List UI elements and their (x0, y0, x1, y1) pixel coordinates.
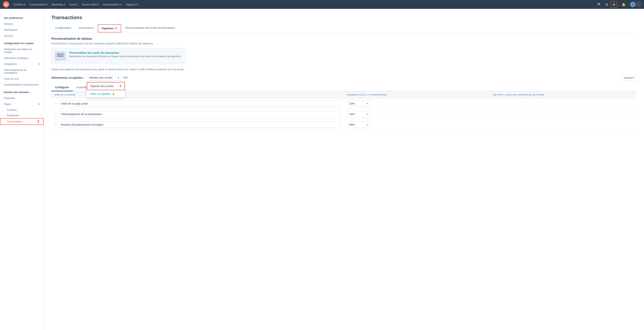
sidebar-item-transactions[interactable]: Transactions 2 (0, 118, 44, 125)
table-row: ⠿ 20% ▾ (51, 98, 636, 109)
app-body: Vos préférences Général Notifications Sé… (0, 9, 644, 330)
company-button[interactable] (636, 2, 641, 7)
col-update-props: METTRE À JOUR LES PROPRIÉTÉS DE PHASE (490, 91, 636, 98)
annotation-3: 3 (115, 27, 117, 30)
svg-rect-5 (62, 54, 64, 55)
promo-icon (55, 51, 66, 61)
svg-rect-6 (57, 56, 59, 57)
nav-rapports[interactable]: Rapports ▾ (124, 0, 140, 9)
search-icon[interactable]: 🔍 (596, 1, 602, 8)
pipeline-selector-row: Sélectionnez un pipeline : Pipeline des … (51, 75, 636, 81)
section-desc: Personnaliser ce que peuvent voir les ut… (51, 42, 636, 45)
sidebar-item-securite[interactable]: Sécurité (0, 33, 44, 39)
section-title: Personnalisation de tableau (51, 37, 636, 41)
main-tabs: Configuration Associations Pipelines 3 P… (51, 24, 636, 33)
chevron-down-icon: ▾ (367, 113, 368, 116)
tab-personalisation[interactable]: Personnalisation des fiches d'informatio… (121, 24, 179, 33)
annotation-2: 2 (38, 120, 39, 124)
svg-rect-7 (60, 56, 62, 57)
sidebar-prefs-title: Vos préférences (0, 14, 44, 21)
nav-service-client[interactable]: Service client ▾ (80, 0, 100, 9)
sidebar-data-title: Gestion des données (0, 88, 44, 95)
pipeline-label: Sélectionnez un pipeline : (51, 76, 84, 79)
sidebar-item-objects[interactable]: Objets ▾ (0, 101, 44, 107)
nav-right: 🔍 ⊞ ⚙ 🔔 👤 1 (596, 1, 641, 8)
nav-contacts[interactable]: Contacts ▾ (12, 0, 27, 9)
nav-divider (619, 2, 619, 7)
nav-vente[interactable]: Vente ▾ (67, 0, 80, 9)
lock-icon: 🔒 (112, 93, 115, 95)
page-title: Transactions (51, 15, 636, 21)
drag-handle-icon[interactable]: ⠿ (54, 123, 57, 127)
pipeline-dropdown-wrapper: Pipeline des ventes ▾ Pipeline des vente… (87, 75, 121, 81)
prob-dropdown-2[interactable]: 40% ▾ (347, 111, 370, 117)
bell-icon[interactable]: 🔔 (620, 1, 627, 8)
promo-card: Personnaliser les cartes de transaction … (51, 48, 186, 64)
chevron-down-icon: ▾ (118, 76, 119, 79)
sidebar-item-notifications[interactable]: Notifications (0, 27, 44, 33)
chevron-down-icon: ▾ (367, 102, 368, 105)
drag-handle-icon[interactable]: ⠿ (54, 102, 57, 106)
phase-name-input-3[interactable] (58, 121, 341, 128)
annotation-4: 4 (120, 84, 121, 88)
sidebar-item-users[interactable]: Utilisateurs et équipes (0, 55, 44, 61)
dropdown-item-create[interactable]: Créer un pipeline 🔒 (87, 90, 125, 97)
sidebar: Vos préférences Général Notifications Sé… (0, 9, 44, 330)
phase-table: NOM DE LA PHASE PROBABILITÉ DE LA TRANSA… (51, 91, 636, 130)
top-navigation: hs Contacts ▾ Conversations ▾ Marketing … (0, 0, 644, 9)
promo-link[interactable]: Personnaliser les cartes de transaction (69, 51, 119, 54)
sidebar-item-integrations[interactable]: Intégrations ▾ (0, 61, 44, 67)
nav-divider-2 (628, 2, 629, 7)
nav-automatisation[interactable]: Automatisation ▾ (101, 0, 124, 9)
svg-text:hs: hs (4, 3, 8, 6)
sidebar-item-privacy[interactable]: Confidentialité et consentement (0, 82, 44, 88)
phase-name-input-2[interactable] (58, 111, 341, 117)
promo-sub: Sélectionnez les propriétés affichées su… (69, 55, 180, 58)
nav-items: Contacts ▾ Conversations ▾ Marketing ▾ V… (12, 0, 596, 9)
tab-pipelines[interactable]: Pipelines 3 (98, 24, 121, 33)
svg-rect-4 (60, 54, 62, 55)
user-avatar[interactable]: 👤 (630, 2, 636, 7)
chevron-down-icon: ▾ (367, 123, 368, 126)
apps-icon[interactable]: ⊞ (603, 1, 610, 8)
sidebar-item-params[interactable]: Paramètres par défaut du compte (0, 46, 44, 55)
table-row: ⠿ 40% ▾ (51, 109, 636, 120)
pipeline-dropdown[interactable]: Pipeline des ventes ▾ (87, 75, 121, 81)
dropdown-item-ventes[interactable]: Pipeline des ventes 4 (87, 82, 125, 90)
svg-rect-3 (57, 54, 59, 55)
hubspot-logo[interactable]: hs (3, 1, 9, 8)
sidebar-account-title: Configuration du compte (0, 39, 44, 46)
col-probability: PROBABILITÉ DE LA TRANSACTION (344, 91, 490, 98)
nav-conversations[interactable]: Conversations ▾ (28, 0, 50, 9)
svg-rect-8 (62, 56, 64, 57)
table-row: ⠿ 80% ▾ (51, 120, 636, 130)
sidebar-item-tracking[interactable]: Code de suivi (0, 76, 44, 82)
sub-tab-configurer[interactable]: Configurer (51, 84, 73, 91)
sidebar-item-properties[interactable]: Propriétés (0, 95, 44, 101)
sidebar-item-contacts[interactable]: Contacts (0, 107, 44, 113)
sidebar-item-entreprises[interactable]: Entreprises (0, 113, 44, 118)
main-content: Transactions Configuration Associations … (44, 9, 644, 330)
prob-dropdown-3[interactable]: 80% ▾ (347, 121, 370, 128)
tab-configuration[interactable]: Configuration (51, 24, 75, 33)
actions-button[interactable]: Actions ▾ (621, 75, 636, 81)
prob-dropdown-1[interactable]: 20% ▾ (347, 100, 370, 107)
settings-icon[interactable]: ⚙ (611, 1, 617, 8)
nav-marketing[interactable]: Marketing ▾ (50, 0, 67, 9)
phase-name-input-1[interactable] (58, 100, 341, 107)
pipeline-desc: Utilisez des pipelines de transactions p… (51, 68, 636, 71)
code-icon[interactable]: </> (124, 76, 128, 79)
drag-handle-icon[interactable]: ⠿ (54, 112, 57, 116)
pipeline-dropdown-menu: Pipeline des ventes 4 Créer un pipeline … (87, 82, 125, 98)
tab-associations[interactable]: Associations (75, 24, 98, 33)
sub-tabs: Configurer Automatiser (51, 84, 636, 91)
sidebar-item-general[interactable]: Général (0, 21, 44, 27)
sidebar-item-marketplace[interactable]: Téléchargements du marketplace (0, 67, 44, 76)
